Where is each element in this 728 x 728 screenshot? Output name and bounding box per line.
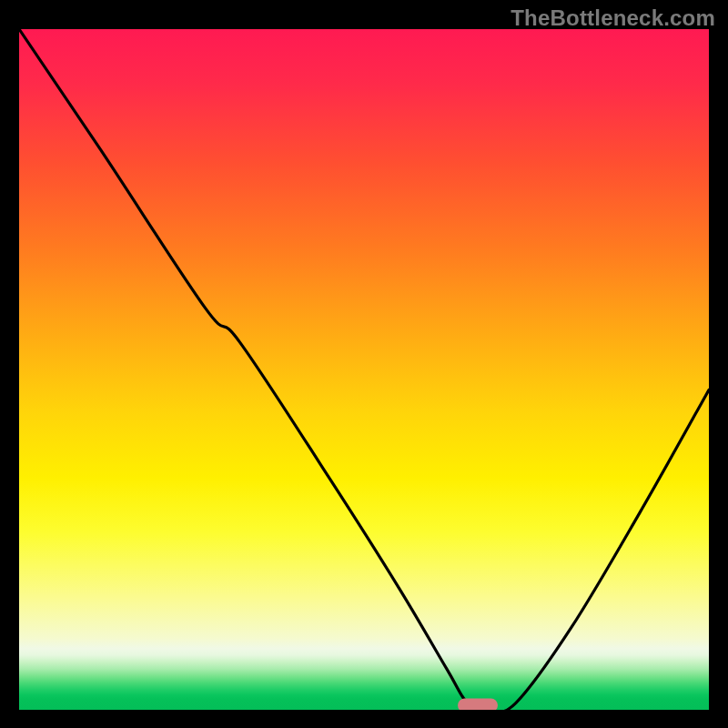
curve-svg — [19, 29, 709, 710]
chart-frame: TheBottleneck.com — [0, 0, 728, 728]
plot-area — [19, 29, 709, 710]
watermark-text: TheBottleneck.com — [511, 5, 715, 31]
optimum-marker — [458, 699, 498, 711]
bottleneck-curve-path — [19, 29, 709, 710]
